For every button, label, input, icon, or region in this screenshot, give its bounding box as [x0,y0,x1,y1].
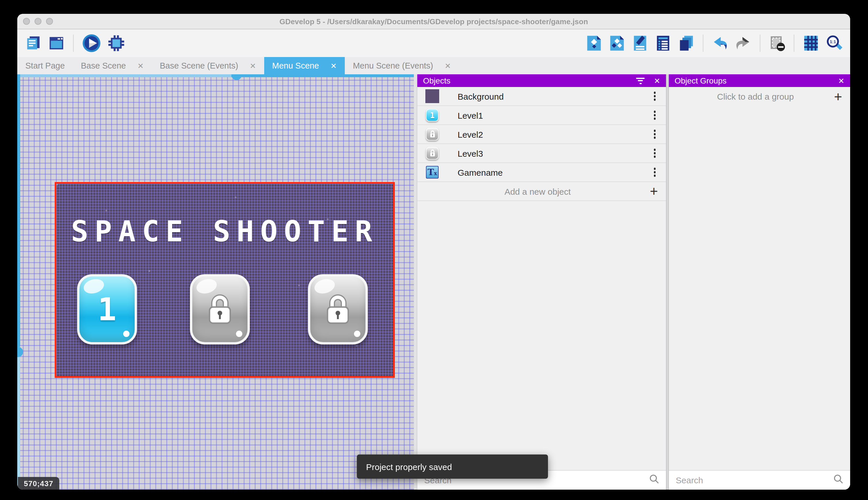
object-row-level3[interactable]: Level3 [417,144,666,163]
tab-start-page[interactable]: Start Page [17,57,73,74]
object-row-level1[interactable]: 1 Level1 [417,106,666,125]
horizontal-scrollbar-track[interactable] [17,74,231,77]
object-groups-panel-title: Object Groups [675,76,829,85]
tab-menu-scene[interactable]: Menu Scene ✕ [264,57,345,74]
toast-message: Project properly saved [366,462,452,471]
locked-button-icon [425,146,439,160]
object-row-level2[interactable]: Level2 [417,125,666,144]
object-menu-icon[interactable] [651,111,658,120]
redo-icon[interactable] [735,35,752,52]
tab-base-scene-events[interactable]: Base Scene (Events) ✕ [152,57,264,74]
objects-panel-title: Objects [423,76,636,85]
close-icon[interactable]: ✕ [654,76,660,85]
close-tab-icon[interactable]: ✕ [250,61,256,70]
level1-button-icon: 1 [425,108,439,122]
level1-button-instance[interactable]: 1 [77,274,137,344]
scene-preview[interactable]: SPACE SHOOTER 1 [55,182,395,378]
vertical-scrollbar-thumb[interactable] [17,347,23,357]
vertical-scrollbar-track[interactable] [17,347,20,490]
cursor-coordinates: 570;437 [18,477,59,490]
groups-panel-empty-area [669,106,850,470]
object-menu-icon[interactable] [651,168,658,177]
add-object-row[interactable]: Add a new object + [417,182,666,201]
toggle-mask-icon[interactable] [769,35,786,52]
close-icon[interactable]: ✕ [838,76,844,85]
toolbar-divider [760,35,760,52]
debug-icon[interactable] [107,34,126,53]
search-icon [833,474,843,486]
plus-icon[interactable]: + [834,91,842,102]
main-content: SPACE SHOOTER 1 [17,74,850,490]
toolbar-divider [794,35,794,52]
add-group-row[interactable]: Click to add a group + [669,87,850,106]
canvas-right-gutter [414,74,417,490]
object-row-gamename[interactable]: Tx Gamename [417,163,666,182]
gdevelop-window: GDevelop 5 - /Users/dkarakay/Documents/G… [17,14,850,490]
object-groups-panel-header: Object Groups ✕ [669,74,850,87]
vertical-scrollbar-track[interactable] [17,74,20,347]
background-thumbnail-icon [425,89,439,103]
tab-menu-scene-events[interactable]: Menu Scene (Events) ✕ [345,57,459,74]
lock-icon [207,293,233,326]
layers-icon[interactable] [678,35,695,52]
undo-icon[interactable] [712,35,729,52]
svg-text:1:1: 1:1 [830,39,836,44]
desktop: GDevelop 5 - /Users/dkarakay/Documents/G… [0,0,868,500]
object-menu-icon[interactable] [651,92,658,101]
play-preview-icon[interactable] [82,33,101,53]
toolbar: 1:1 [17,30,850,57]
close-tab-icon[interactable]: ✕ [137,61,144,70]
editor-tabs: Start Page Base Scene ✕ Base Scene (Even… [17,57,850,74]
panel-divider[interactable] [666,74,669,490]
title-bar: GDevelop 5 - /Users/dkarakay/Documents/G… [17,14,850,30]
text-object-icon: Tx [425,165,439,179]
level2-button-instance[interactable] [190,274,250,344]
tab-base-scene[interactable]: Base Scene ✕ [73,57,152,74]
save-toast: Project properly saved [357,454,548,479]
locked-button-icon [425,127,439,141]
object-groups-panel: Object Groups ✕ Click to add a group + [669,74,850,490]
object-row-background[interactable]: Background [417,87,666,106]
window-title: GDevelop 5 - /Users/dkarakay/Documents/G… [17,17,850,26]
object-menu-icon[interactable] [651,130,658,139]
toolbar-divider [703,35,703,52]
lock-icon [325,293,351,326]
objects-editor-icon[interactable] [585,35,603,52]
zoom-original-icon[interactable]: 1:1 [825,35,843,52]
close-tab-icon[interactable]: ✕ [445,61,451,70]
instances-list-icon[interactable] [655,35,672,52]
search-icon [649,474,659,486]
object-groups-editor-icon[interactable] [608,35,626,52]
scene-window-icon[interactable] [48,35,65,52]
game-title-instance[interactable]: SPACE SHOOTER [56,215,393,248]
toolbar-divider [73,35,74,52]
filter-icon[interactable] [636,78,645,84]
level3-button-instance[interactable] [308,274,368,344]
close-tab-icon[interactable]: ✕ [330,61,337,70]
horizontal-scrollbar-thumb[interactable] [231,74,242,80]
objects-panel: Objects ✕ Background 1 Level1 [417,74,666,490]
object-menu-icon[interactable] [651,149,658,158]
grid-icon[interactable] [802,35,820,52]
scene-editor-canvas[interactable]: SPACE SHOOTER 1 [17,74,414,490]
groups-search-bar [669,470,850,490]
groups-search-input[interactable] [676,475,829,485]
objects-panel-header: Objects ✕ [417,74,666,87]
horizontal-scrollbar-track[interactable] [231,74,414,77]
objects-panel-empty-area [417,201,666,470]
project-manager-icon[interactable] [25,35,42,52]
plus-icon[interactable]: + [650,185,658,197]
properties-icon[interactable] [631,35,649,52]
